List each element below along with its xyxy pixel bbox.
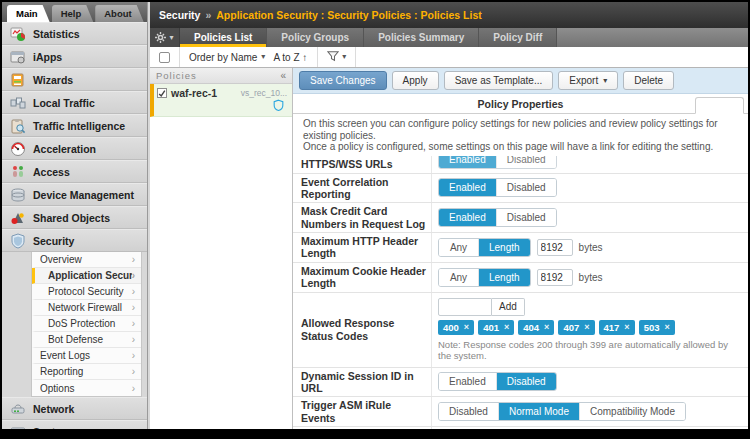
setting-row-mask-credit-card-numbers-in-request-log: Mask Credit Card Numbers in Request LogE…	[293, 203, 748, 233]
breadcrumb: Security » Application Security : Securi…	[150, 2, 748, 28]
remove-code-icon[interactable]: ×	[664, 322, 669, 332]
unit-label: bytes	[579, 272, 603, 283]
sidebar-item-device-management[interactable]: Device Management	[2, 183, 147, 206]
properties-empty-tab[interactable]	[695, 97, 744, 114]
policy-list-item[interactable]: waf-rec-1vs_rec_10...	[150, 84, 292, 117]
tab-main[interactable]: Main	[7, 5, 50, 22]
event-correlation-reporting-option-enabled[interactable]: Enabled	[439, 179, 497, 196]
sidebar-item-wizards[interactable]: Wizards	[2, 68, 147, 91]
sidebar-subitem-bot-defense[interactable]: Bot Defense›	[32, 332, 141, 348]
tab-policies-list[interactable]: Policies List	[180, 28, 267, 47]
maximum-cookie-header-length-option-length[interactable]: Length	[479, 269, 530, 286]
policy-properties-section: Policy Properties On this screen you can…	[293, 94, 748, 429]
sidebar-item-system[interactable]: System	[2, 420, 147, 429]
maximum-http-header-length-option-any[interactable]: Any	[439, 239, 479, 256]
statistics-icon	[9, 25, 26, 42]
policy-details-panel: Save ChangesApplySave as Template...Expo…	[293, 68, 748, 429]
maximum-cookie-header-length-option-any[interactable]: Any	[439, 269, 479, 286]
sidebar-subitem-event-logs[interactable]: Event Logs›	[32, 348, 141, 364]
sidebar-item-statistics[interactable]: Statistics	[2, 22, 147, 45]
collapse-panel-button[interactable]: «	[280, 70, 286, 81]
filter-button[interactable]: ▾	[318, 47, 355, 67]
chevron-down-icon: ▾	[261, 53, 265, 61]
chevron-right-icon: ›	[132, 286, 136, 297]
sidebar-subitem-network-firewall[interactable]: Network Firewall›	[32, 300, 141, 316]
https-wss-urls-toggle: EnabledDisabled	[438, 156, 557, 169]
sidebar-item-network[interactable]: Network	[2, 397, 147, 420]
setting-label: Mask Credit Card Numbers in Request Log	[293, 203, 431, 232]
event-correlation-reporting-option-disabled[interactable]: Disabled	[497, 179, 556, 196]
remove-code-icon[interactable]: ×	[624, 322, 629, 332]
setting-control: EnabledDisabled	[431, 203, 748, 232]
setting-row-https-wss-urls: HTTPS/WSS URLsEnabledDisabled	[293, 156, 748, 174]
export-button[interactable]: Export▾	[558, 71, 618, 90]
sidebar-item-local-traffic[interactable]: Local Traffic	[2, 91, 147, 114]
status-codes-control: Add400×401×404×407×417×503×Note: Respons…	[438, 296, 740, 364]
sidebar-item-shared-objects[interactable]: Shared Objects	[2, 206, 147, 229]
button-label: Save Changes	[310, 75, 376, 86]
save-changes-button[interactable]: Save Changes	[299, 71, 387, 90]
sort-direction-button[interactable]: A to Z ↑	[271, 52, 317, 63]
setting-control: Add400×401×404×407×417×503×Note: Respons…	[431, 293, 748, 367]
select-all-checkbox[interactable]	[159, 52, 170, 63]
add-status-code-button[interactable]: Add	[492, 298, 525, 316]
remove-code-icon[interactable]: ×	[544, 322, 549, 332]
sidebar-subitem-label: Reporting	[40, 366, 132, 377]
sidebar-item-label: iApps	[33, 51, 62, 63]
trigger-asm-irule-events-option-disabled[interactable]: Disabled	[439, 403, 499, 420]
delete-button[interactable]: Delete	[623, 71, 674, 90]
sidebar-subitem-dos-protection[interactable]: DoS Protection›	[32, 316, 141, 332]
sidebar-item-label: Access	[33, 166, 70, 178]
access-icon	[9, 163, 26, 180]
status-code-input[interactable]	[438, 298, 492, 316]
tab-about[interactable]: About	[95, 5, 143, 22]
button-label: Save as Template...	[455, 75, 543, 86]
dynamic-session-id-in-url-option-disabled[interactable]: Disabled	[497, 373, 556, 390]
shared-objects-icon	[9, 209, 26, 226]
sidebar-subitem-options[interactable]: Options›	[32, 380, 141, 396]
mask-credit-card-numbers-in-request-log-option-disabled[interactable]: Disabled	[497, 209, 556, 226]
setting-row-trust-xff-header: Trust XFF HeaderEnabledDisabled	[293, 427, 748, 429]
https-wss-urls-option-disabled[interactable]: Disabled	[497, 156, 556, 168]
remove-code-icon[interactable]: ×	[584, 322, 589, 332]
maximum-cookie-header-length-input[interactable]	[537, 269, 573, 286]
order-by-dropdown[interactable]: Order by Name ▾	[180, 52, 271, 63]
trigger-asm-irule-events-option-normal-mode[interactable]: Normal Mode	[499, 403, 580, 420]
sidebar-item-security[interactable]: Security	[2, 229, 147, 252]
nav-tab-list: Policies ListPolicy GroupsPolicies Summa…	[180, 28, 557, 47]
sidebar-subitem-overview[interactable]: Overview›	[32, 252, 141, 268]
status-code-chip: 407×	[558, 320, 594, 335]
remove-code-icon[interactable]: ×	[504, 322, 509, 332]
sidebar-subitem-label: Application Security	[48, 270, 132, 281]
settings-gear-button[interactable]: ▾	[150, 28, 180, 47]
apply-button[interactable]: Apply	[392, 71, 439, 90]
sidebar-item-acceleration[interactable]: Acceleration	[2, 137, 147, 160]
dynamic-session-id-in-url-option-enabled[interactable]: Enabled	[439, 373, 497, 390]
sidebar-item-traffic-intelligence[interactable]: Traffic Intelligence	[2, 114, 147, 137]
mask-credit-card-numbers-in-request-log-option-enabled[interactable]: Enabled	[439, 209, 497, 226]
tab-policy-groups[interactable]: Policy Groups	[267, 28, 364, 47]
trigger-asm-irule-events-option-compatibility-mode[interactable]: Compatibility Mode	[580, 403, 685, 420]
sidebar-nav: StatisticsiAppsWizardsLocal TrafficTraff…	[2, 22, 147, 429]
remove-code-icon[interactable]: ×	[464, 322, 469, 332]
setting-label: Allowed Response Status Codes	[293, 293, 431, 367]
tab-policies-summary[interactable]: Policies Summary	[364, 28, 479, 47]
sidebar-item-iapps[interactable]: iApps	[2, 45, 147, 68]
content-column: Security » Application Security : Securi…	[148, 2, 748, 429]
tab-policy-diff[interactable]: Policy Diff	[479, 28, 557, 47]
policy-checkbox[interactable]	[157, 88, 167, 98]
maximum-http-header-length-input[interactable]	[537, 239, 573, 256]
sidebar-item-access[interactable]: Access	[2, 160, 147, 183]
sidebar-subitem-protocol-security[interactable]: Protocol Security›	[32, 284, 141, 300]
breadcrumb-root[interactable]: Security	[159, 9, 200, 21]
maximum-http-header-length-option-length[interactable]: Length	[479, 239, 530, 256]
https-wss-urls-option-enabled[interactable]: Enabled	[439, 156, 497, 168]
unit-label: bytes	[579, 242, 603, 253]
setting-label: Maximum HTTP Header Length	[293, 233, 431, 262]
sidebar-subitem-reporting[interactable]: Reporting›	[32, 364, 141, 380]
save-as-template-button[interactable]: Save as Template...	[444, 71, 554, 90]
status-code-value: 401	[483, 322, 499, 333]
setting-control: DisabledNormal ModeCompatibility Mode	[431, 397, 748, 426]
tab-help[interactable]: Help	[52, 5, 94, 22]
sidebar-subitem-application-security[interactable]: Application Security›	[32, 268, 141, 284]
